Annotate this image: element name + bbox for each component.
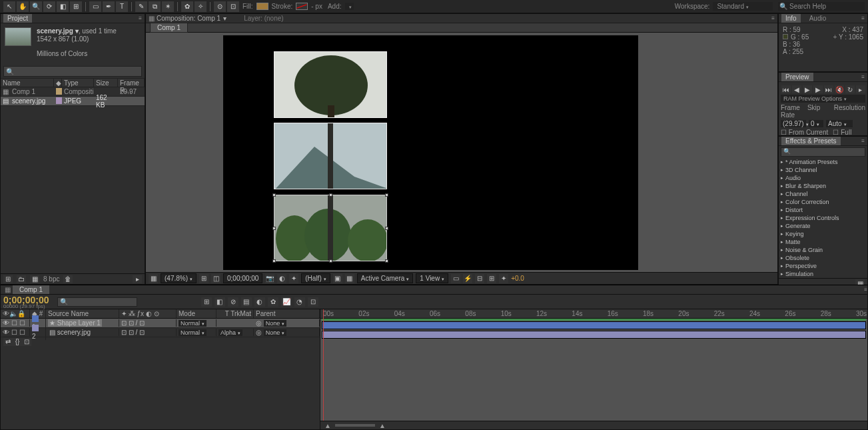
add-dropdown[interactable] [345,3,354,10]
fr-input[interactable]: (29.97) [781,120,806,127]
effects-category[interactable]: Obsolete [779,254,867,262]
effects-category[interactable]: Perspective [779,262,867,270]
effects-category[interactable]: Audio [779,174,867,182]
col-fr[interactable]: Frame R… [118,79,145,87]
camera-dropdown[interactable]: Active Camera [357,273,414,283]
zoom-dropdown[interactable]: (47.8%) [161,273,197,283]
next-frame-icon[interactable]: ▶ [813,85,823,93]
pen-tool-icon[interactable]: ✒ [103,1,115,12]
workspace-dropdown[interactable]: Standard [713,2,773,11]
grid-icon[interactable]: ⊞ [199,274,209,283]
panel-menu-icon[interactable]: ≡ [861,74,865,80]
skip-input[interactable]: 0 [809,120,823,127]
brackets-icon[interactable]: ⊡ [22,338,31,346]
comp-icon[interactable]: ▦ [30,275,39,283]
bpc-label[interactable]: 8 bpc [43,275,59,283]
view-layout-dropdown[interactable]: 1 View [416,273,448,283]
rect-tool-icon[interactable]: ▭ [89,1,101,12]
layer-bar[interactable] [322,331,866,339]
project-item[interactable]: ▦Comp 1Composition29.97 [1,87,145,97]
always-preview-icon[interactable]: ▦ [149,274,158,283]
first-frame-icon[interactable]: ⏮ [781,85,791,93]
col-trkmat[interactable]: T TrkMat [217,309,254,318]
col-name[interactable]: Name [1,79,54,87]
reset-exposure-icon[interactable]: ✦ [499,274,508,283]
col-source[interactable]: Source Name [46,309,119,318]
timeline-layer-row[interactable]: 👁 ☐ ☐ 2▤ scenery.jpg⊡ ⊡ / ⊡NormalAlpha◎ … [1,328,320,337]
camera-tool-icon[interactable]: ◧ [57,1,69,12]
channel-icon[interactable]: ◐ [277,274,286,283]
layer-bar[interactable] [322,321,866,329]
toggle-switches-icon[interactable]: ⇄ [3,338,13,346]
resolution-dropdown[interactable]: (Half) [301,273,330,283]
stroke-swatch[interactable] [296,3,308,10]
timeline-layer-row[interactable]: 👁 ☐ ☐ 1★ Shape Layer 1⊡ ⊡ / ⊡Normal◎ Non… [1,319,320,328]
effects-category[interactable]: Blur & Sharpen [779,182,867,190]
timeline-track-area[interactable]: 00s02s04s06s08s10s12s14s16s18s20s22s24s2… [320,309,867,429]
prev-frame-icon[interactable]: ◀ [792,85,801,93]
project-tab[interactable]: Project [3,14,32,23]
text-tool-icon[interactable]: T [116,1,128,12]
panel-menu-icon[interactable]: ≡ [861,138,865,144]
roto-tool-icon[interactable]: ✿ [181,1,193,12]
composition-viewer[interactable] [146,33,777,272]
brush-tool-icon[interactable]: ✎ [135,1,147,12]
effects-category[interactable]: Generate [779,222,867,230]
zoom-in-icon[interactable]: ▲ [379,422,386,429]
play-icon[interactable]: ▶ [803,85,812,93]
effects-category[interactable]: Color Correction [779,198,867,206]
comp-canvas[interactable] [223,35,638,270]
graph-editor-icon[interactable]: 📈 [281,297,292,307]
effects-category[interactable]: Simulation [779,270,867,278]
fast-preview-icon[interactable]: ⚡ [463,274,472,283]
project-item[interactable]: ▤scenery.jpgJPEG162 KB [1,97,145,106]
timeline-tab[interactable]: Comp 1 [13,285,49,294]
comp-tab[interactable]: Comp 1 [150,23,188,33]
fill-swatch[interactable] [256,3,268,10]
audio-tab[interactable]: Audio [805,13,831,23]
interpret-icon[interactable]: ⊞ [3,275,13,283]
selection-tool-icon[interactable]: ↖ [3,1,15,12]
draft-3d-icon[interactable]: ◧ [215,297,225,307]
eraser-tool-icon[interactable]: ✶ [162,1,174,12]
mask-icon[interactable]: ◫ [211,274,220,283]
ram-preview-icon[interactable]: ▸ [856,85,865,93]
clone-tool-icon[interactable]: ⧉ [149,1,161,12]
live-update-icon[interactable]: ⊡ [308,297,318,307]
panel-menu-icon[interactable]: ≡ [864,287,867,293]
zoom-out-icon[interactable]: ▲ [324,422,331,429]
effects-category[interactable]: Noise & Grain [779,246,867,254]
effects-category[interactable]: Matte [779,238,867,246]
effects-category[interactable]: 3D Channel [779,166,867,174]
effects-category[interactable]: Expression Controls [779,214,867,222]
adjustment-icon[interactable]: ✦ [289,274,298,283]
res-input[interactable]: Auto [826,120,853,127]
effects-search[interactable]: 🔍 [781,147,865,157]
panel-menu-icon[interactable]: ≡ [771,15,775,21]
effects-category[interactable]: Channel [779,190,867,198]
anchor-tool-icon[interactable]: ⊞ [70,1,82,12]
image-region-3-selected[interactable] [274,195,387,261]
hand-tool-icon[interactable]: ✋ [17,1,29,12]
search-help-input[interactable]: 🔍 Search Help [778,2,865,11]
effects-category[interactable]: * Animation Presets [779,158,867,166]
expand-icon[interactable]: {} [13,338,22,346]
comp-tab-main[interactable]: ▦ Composition: Comp 1 ▾ [149,15,226,22]
work-area[interactable] [322,319,866,321]
frame-blend-icon[interactable]: ▤ [241,297,252,307]
layer-tab[interactable]: Layer: (none) [244,15,283,22]
image-region-2[interactable] [274,123,387,189]
time-display[interactable]: 0;00;00;00 [223,273,262,283]
last-frame-icon[interactable]: ⏭ [824,85,833,93]
motion-blur-icon[interactable]: ◐ [254,297,265,307]
roi-icon[interactable]: ▣ [333,274,342,283]
col-size[interactable]: Size [94,79,118,87]
panel-menu-icon[interactable]: ≡ [139,15,142,21]
hide-shy-icon[interactable]: ⊘ [228,297,238,307]
comp-mini-flowchart-icon[interactable]: ⊞ [201,297,212,307]
panel-menu-icon[interactable]: ≡ [861,15,865,21]
puppet-tool-icon[interactable]: ✧ [195,1,207,12]
col-parent[interactable]: Parent [254,309,320,318]
col-mode[interactable]: Mode [177,309,217,318]
col-type[interactable]: Type [62,79,94,87]
